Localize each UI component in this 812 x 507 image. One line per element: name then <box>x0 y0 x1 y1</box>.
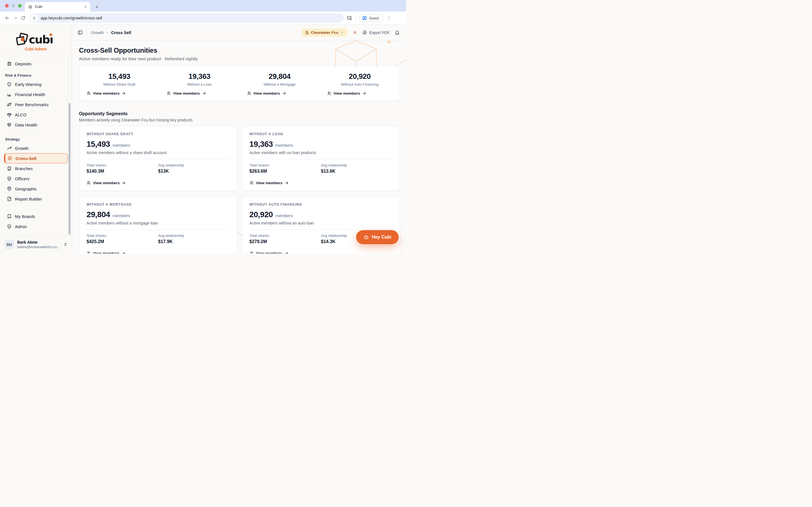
summary-stat-auto: 20,920 Without Auto Financing View membe… <box>320 72 400 96</box>
close-window-button[interactable] <box>5 4 9 8</box>
sidebar-item-alco[interactable]: ALCO <box>4 110 68 120</box>
svg-text:cubı: cubı <box>29 33 53 46</box>
users-icon <box>250 180 254 185</box>
view-members-link[interactable]: View members <box>87 251 230 253</box>
stat-value: $17.9K <box>158 239 230 244</box>
forward-button[interactable] <box>11 14 19 22</box>
stat-value: $263.6M <box>250 169 321 174</box>
card-description: Active members with no loan products <box>250 151 393 155</box>
stat-label: Total shares <box>87 233 158 238</box>
sidebar-item-deposits[interactable]: Deposits <box>4 59 68 69</box>
sidebar-item-report-builder[interactable]: Report Builder <box>4 194 68 204</box>
stat-label: Without Auto Financing <box>327 82 393 87</box>
header-divider <box>87 30 87 36</box>
scale-icon <box>7 112 12 117</box>
sidebar-section-strategy: Strategy <box>4 137 68 142</box>
user-name: Barb Akew <box>17 240 60 244</box>
sidebar-item-peer-benchmarks[interactable]: Peer Benchmarks <box>4 100 68 110</box>
hey-cubi-assistant-button[interactable]: Hey Cubi <box>356 230 399 244</box>
stat-value: $140.3M <box>87 169 158 174</box>
close-tab-icon[interactable] <box>84 5 87 9</box>
chevron-down-icon <box>340 31 344 34</box>
stat-value: 29,804 <box>247 72 312 81</box>
user-menu[interactable]: DU Barb Akew bakew@eclearwaterfcu.co... <box>0 235 71 253</box>
map-pin-icon <box>7 186 12 191</box>
card-value: 29,804 <box>87 210 110 219</box>
card-unit: members <box>112 213 130 218</box>
summary-stat-mortgage: 29,804 Without a Mortgage View members <box>240 72 320 96</box>
segment-card-share-draft: WITHOUT SHARE DRAFT 15,493 members Activ… <box>79 126 238 191</box>
org-selector[interactable]: Clearwater Fcu <box>301 29 347 37</box>
profile-avatar-icon <box>362 15 367 20</box>
arrow-right-icon <box>121 181 126 185</box>
export-pdf-button[interactable]: Export PDF <box>362 30 390 35</box>
robot-icon <box>363 234 369 240</box>
bookmark-icon <box>7 214 12 219</box>
sidebar-scrollbar-thumb[interactable] <box>68 103 70 234</box>
cubi-logo: cubı <box>14 32 57 46</box>
segments-caption: Members actively using Clearwater Fcu bu… <box>79 118 400 122</box>
card-value: 19,363 <box>250 140 273 149</box>
summary-stat-loan: 19,363 Without a Loan View members <box>159 72 239 96</box>
view-members-link[interactable]: View members <box>87 180 230 185</box>
arrow-right-icon <box>285 251 289 254</box>
site-controls-icon[interactable] <box>31 14 38 22</box>
panel-left-icon[interactable] <box>78 30 83 35</box>
minimize-window-button[interactable] <box>11 4 15 8</box>
search-tabs-icon[interactable] <box>347 15 352 21</box>
page-title: Cross-Sell Opportunities <box>79 47 400 54</box>
stat-value: $425.2M <box>87 239 158 244</box>
app-header: Growth Cross Sell Clearwater Fcu Export … <box>72 25 406 41</box>
summary-strip: 15,493 Without Share Draft View members … <box>79 66 400 101</box>
view-members-link[interactable]: View members <box>167 91 232 96</box>
browser-tab[interactable]: Cubi <box>25 2 90 11</box>
view-members-link[interactable]: View members <box>87 91 152 96</box>
heart-pulse-icon <box>7 122 12 127</box>
address-bar[interactable]: app.heycubi.com/growth/cross-sell <box>29 13 344 23</box>
view-members-link[interactable]: View members <box>327 91 393 96</box>
view-members-link[interactable]: View members <box>250 251 393 253</box>
logo-block: cubı Cubi Admin <box>0 25 71 56</box>
logo-caption: Cubi Admin <box>25 47 47 51</box>
new-tab-button[interactable] <box>93 3 100 10</box>
clear-org-filter-icon[interactable] <box>352 30 357 35</box>
segments-grid: WITHOUT SHARE DRAFT 15,493 members Activ… <box>79 126 400 253</box>
sidebar-item-branches[interactable]: Branches <box>4 163 68 173</box>
breadcrumb-current: Cross Sell <box>111 31 131 35</box>
card-unit: members <box>275 143 293 148</box>
sidebar-section-risk-finance: Risk & Finance <box>4 73 68 77</box>
back-button[interactable] <box>3 14 11 22</box>
user-email: bakew@eclearwaterfcu.co... <box>17 245 60 249</box>
maximize-window-button[interactable] <box>18 4 22 8</box>
segment-card-mortgage: WITHOUT A MORTGAGE 29,804 members Active… <box>79 196 238 253</box>
page-subtitle: Active members ready for their next prod… <box>79 56 400 61</box>
reload-button[interactable] <box>19 14 27 22</box>
compare-arrows-icon <box>7 102 12 107</box>
notifications-bell-icon[interactable] <box>395 30 400 35</box>
arrow-right-icon <box>362 91 366 96</box>
users-icon <box>87 251 91 253</box>
sidebar-item-my-boards[interactable]: My Boards <box>4 211 68 221</box>
sidebar-item-geographic[interactable]: Geographic <box>4 184 68 194</box>
chevrons-up-down-icon[interactable] <box>63 242 68 247</box>
target-icon <box>7 156 12 161</box>
stat-value: 15,493 <box>87 72 152 81</box>
sidebar-item-growth[interactable]: Growth <box>4 143 68 153</box>
sidebar-item-financial-health[interactable]: Financial Health <box>4 89 68 100</box>
view-members-link[interactable]: View members <box>250 180 393 185</box>
sidebar: cubı Cubi Admin Deposits Risk & Finance … <box>0 25 72 253</box>
shield-check-icon <box>7 176 12 181</box>
sidebar-item-officers[interactable]: Officers <box>4 173 68 184</box>
stat-label: Without a Mortgage <box>247 82 312 87</box>
view-members-link[interactable]: View members <box>247 91 312 96</box>
file-icon <box>7 196 12 202</box>
profile-button[interactable]: Guest <box>359 14 383 22</box>
sidebar-item-early-warning[interactable]: Early Warning <box>4 79 68 89</box>
stat-value: 20,920 <box>327 72 393 81</box>
sidebar-item-admin[interactable]: Admin <box>4 221 68 231</box>
sidebar-item-cross-sell[interactable]: Cross-Sell <box>4 153 68 163</box>
sidebar-item-data-health[interactable]: Data Health <box>4 120 68 130</box>
breadcrumb-parent[interactable]: Growth <box>91 31 104 35</box>
printer-icon <box>362 30 367 35</box>
browser-menu-icon[interactable] <box>387 15 392 20</box>
